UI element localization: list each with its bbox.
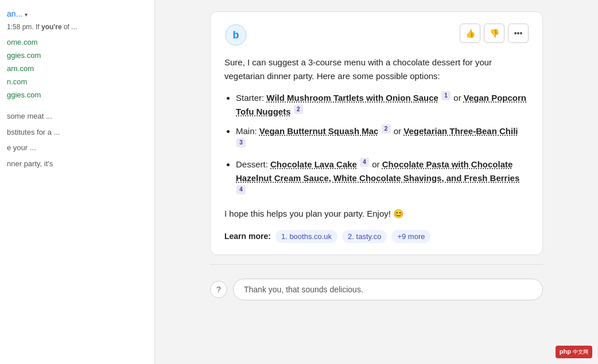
question-mark-icon: ?	[216, 285, 221, 294]
starter-or: or	[453, 93, 464, 103]
bing-logo-icon: b	[224, 24, 247, 46]
sidebar-bottom-4: nner party, it's	[7, 158, 147, 170]
thumbs-down-icon: 👎	[490, 29, 499, 38]
sidebar: an... ▾ 1:58 pm. If you're of ... ome.co…	[0, 0, 155, 364]
more-options-button[interactable]: •••	[508, 24, 529, 43]
watermark-text: php	[560, 348, 571, 355]
sidebar-arrow[interactable]: ▾	[25, 11, 28, 18]
help-icon-button[interactable]: ?	[210, 281, 227, 298]
bottom-bar: ? Thank you, that sounds delicious.	[210, 279, 543, 300]
learn-link-2[interactable]: 2. tasty.co	[342, 230, 387, 243]
intro-paragraph: Sure, I can suggest a 3-course menu with…	[224, 56, 529, 83]
card-divider	[210, 264, 543, 265]
citation-3a: 4	[360, 158, 369, 167]
chat-input-text: Thank you, that sounds delicious.	[244, 285, 363, 294]
chat-card: b 👍 👎 ••• Sure, I can suggest a 3-course…	[210, 11, 543, 255]
main-or: or	[394, 126, 404, 136]
sidebar-time: 1:58 pm. If you're of ...	[7, 22, 147, 32]
card-actions: 👍 👎 •••	[460, 24, 529, 43]
sidebar-link-2[interactable]: ggies.com	[7, 51, 147, 60]
citation-3b: 4	[236, 185, 246, 194]
sidebar-link-3[interactable]: arn.com	[7, 64, 147, 73]
learn-more-button[interactable]: +9 more	[391, 230, 430, 243]
closing-paragraph: I hope this helps you plan your party. E…	[224, 207, 529, 221]
citation-2a: 2	[382, 124, 391, 134]
sidebar-link-5[interactable]: ggies.com	[7, 91, 147, 99]
thumbs-down-button[interactable]: 👎	[484, 24, 504, 43]
time-suffix: of ...	[62, 23, 77, 31]
time-text: 1:58 pm. If	[7, 23, 41, 31]
dessert-option1: Chocolate Lava Cake	[270, 159, 357, 169]
main-label: Main:	[236, 126, 259, 136]
sidebar-bottom-3: e your ...	[7, 142, 147, 154]
thumbs-up-button[interactable]: 👍	[460, 24, 480, 43]
learn-more-section: Learn more: 1. booths.co.uk 2. tasty.co …	[224, 230, 529, 243]
menu-item-main: Main: Vegan Butternut Squash Mac 2 or Ve…	[236, 124, 529, 152]
sidebar-link-4[interactable]: n.com	[7, 77, 147, 86]
sidebar-bottom-2: bstitutes for a ...	[7, 127, 147, 138]
sidebar-header: an... ▾	[7, 9, 147, 18]
sidebar-link-1[interactable]: ome.com	[7, 38, 147, 46]
chat-input[interactable]: Thank you, that sounds delicious.	[233, 279, 543, 300]
citation-2b: 3	[236, 138, 246, 147]
thumbs-up-icon: 👍	[465, 29, 475, 38]
watermark-sub: 中文网	[573, 349, 588, 355]
menu-item-starter: Starter: Wild Mushroom Tartlets with Oni…	[236, 91, 529, 119]
citation-1b: 2	[294, 105, 303, 114]
main-area: b 👍 👎 ••• Sure, I can suggest a 3-course…	[155, 0, 598, 364]
citation-1a: 1	[441, 91, 451, 100]
sidebar-links: ome.com ggies.com arn.com n.com ggies.co…	[7, 38, 147, 99]
dessert-or: or	[372, 159, 382, 169]
svg-text:b: b	[233, 29, 239, 41]
menu-item-dessert: Dessert: Chocolate Lava Cake 4 or Chocol…	[236, 158, 529, 199]
starter-label: Starter:	[236, 93, 266, 103]
main-option2: Vegetarian Three-Bean Chili	[403, 126, 518, 136]
sidebar-name[interactable]: an...	[7, 9, 22, 18]
learn-link-1[interactable]: 1. booths.co.uk	[275, 230, 337, 243]
card-header: b 👍 👎 •••	[224, 24, 529, 46]
card-body: Sure, I can suggest a 3-course menu with…	[224, 56, 529, 243]
time-bold: you're	[41, 23, 62, 31]
learn-more-label: Learn more:	[224, 230, 271, 242]
sidebar-bottom: some meat ... bstitutes for a ... e your…	[7, 111, 147, 169]
php-watermark: php 中文网	[556, 346, 592, 358]
starter-option1: Wild Mushroom Tartlets with Onion Sauce	[266, 93, 438, 103]
main-option1: Vegan Butternut Squash Mac	[259, 126, 379, 136]
dessert-label: Dessert:	[236, 159, 270, 169]
sidebar-bottom-1: some meat ...	[7, 111, 147, 122]
menu-list: Starter: Wild Mushroom Tartlets with Oni…	[224, 91, 529, 199]
ellipsis-icon: •••	[514, 29, 523, 38]
